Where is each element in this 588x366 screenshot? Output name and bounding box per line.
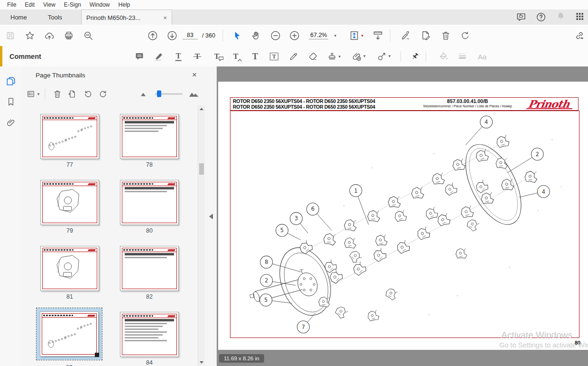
erase-button[interactable] xyxy=(308,51,318,61)
line-thickness-button[interactable] xyxy=(457,51,468,62)
thumbnail-page-83[interactable]: 83 xyxy=(37,308,102,366)
menu-esign[interactable]: E-Sign xyxy=(60,1,85,8)
rail-bookmarks-button[interactable] xyxy=(6,97,16,107)
hand-tool-button[interactable] xyxy=(251,30,261,40)
tab-tools[interactable]: Tools xyxy=(37,9,73,25)
notifications-button[interactable] xyxy=(556,11,566,23)
insert-page-icon xyxy=(68,90,77,99)
thumbnail-page-79[interactable]: 79 xyxy=(40,180,99,234)
page-down-button[interactable] xyxy=(167,30,178,41)
shapes-button[interactable]: ▾ xyxy=(377,51,391,62)
star-button[interactable] xyxy=(25,30,35,40)
sticky-note-button[interactable] xyxy=(135,51,145,61)
thumbnail-page-82[interactable]: 82 xyxy=(120,246,179,300)
callout-7: 7 xyxy=(297,313,316,333)
svg-text:6: 6 xyxy=(311,206,314,212)
panel-toolbar: ▾ xyxy=(21,84,217,103)
page-fit-caret[interactable]: ▾ xyxy=(361,33,364,38)
save-button[interactable] xyxy=(6,31,15,40)
thumbs-smaller-button[interactable] xyxy=(140,92,147,97)
share-cloud-button[interactable] xyxy=(44,30,55,41)
slider-track[interactable] xyxy=(155,94,183,95)
rotate-icon xyxy=(460,30,470,40)
app-grid-button[interactable] xyxy=(575,12,584,22)
text-style-button[interactable]: Aa xyxy=(478,52,487,60)
keep-tool-selected-button[interactable] xyxy=(410,52,420,61)
scroll-down-arrow[interactable] xyxy=(200,361,203,364)
menu-window[interactable]: Window xyxy=(85,1,114,8)
edit-pdf-button[interactable] xyxy=(421,30,431,41)
panel-collapse-handle[interactable] xyxy=(209,214,213,219)
slider-thumb[interactable] xyxy=(157,91,161,97)
insert-page-button[interactable] xyxy=(68,90,77,99)
zoom-level-input[interactable]: 67.2% xyxy=(309,32,328,39)
share-link-button[interactable] xyxy=(574,30,585,41)
underline-button[interactable]: T xyxy=(175,52,182,61)
fill-sign-button[interactable] xyxy=(401,30,411,41)
attach-file-button[interactable]: ▾ xyxy=(351,51,366,62)
rotate-left-button[interactable] xyxy=(83,89,92,99)
reset-button[interactable] xyxy=(460,30,470,40)
search-tools-button[interactable] xyxy=(83,30,93,41)
view-options-button[interactable] xyxy=(27,90,36,99)
scrollbar-thumb[interactable] xyxy=(199,163,204,175)
stamp-button[interactable]: ▾ xyxy=(327,51,341,61)
zoom-in-button[interactable] xyxy=(289,30,300,41)
thumbnail-page-77[interactable]: 77 xyxy=(40,114,99,168)
thumbnail-size-slider[interactable] xyxy=(155,94,183,95)
feedback-button[interactable] xyxy=(516,12,526,22)
menu-view[interactable]: View xyxy=(39,1,60,8)
thumbnail-preview[interactable] xyxy=(120,246,179,291)
page-size-tooltip: 11.69 x 8.26 in xyxy=(219,354,264,363)
zoom-out-button[interactable] xyxy=(270,30,281,41)
part-number: 857.03.00.41.00/B xyxy=(415,98,520,104)
thumbnail-page-81[interactable]: 81 xyxy=(40,246,99,300)
page-fit-button[interactable] xyxy=(349,30,359,41)
thumbnail-preview[interactable] xyxy=(40,246,99,291)
menu-file[interactable]: File xyxy=(3,1,20,8)
help-icon xyxy=(536,12,546,22)
menu-edit[interactable]: Edit xyxy=(20,1,39,8)
scroll-up-arrow[interactable] xyxy=(200,108,203,110)
thumbnail-page-78[interactable]: 78 xyxy=(120,114,179,168)
insert-text-button[interactable]: T xyxy=(233,53,239,60)
view-options-caret[interactable]: ▾ xyxy=(37,92,40,96)
print-button[interactable] xyxy=(64,30,74,40)
tab-document[interactable]: Prinoth M650h-23... × xyxy=(81,9,172,25)
help-button[interactable] xyxy=(536,12,546,22)
replace-text-button[interactable]: T xyxy=(214,53,220,60)
scroll-mode-button[interactable] xyxy=(373,30,384,41)
select-tool-button[interactable] xyxy=(232,31,242,40)
panel-close-icon[interactable]: × xyxy=(192,70,197,80)
page-up-button[interactable] xyxy=(147,30,158,41)
large-mountains-icon xyxy=(189,91,199,97)
panel-delete-button[interactable] xyxy=(53,90,62,99)
rail-page-thumbnails-button[interactable] xyxy=(6,76,16,88)
text-box-button[interactable]: T xyxy=(270,53,278,60)
menu-help[interactable]: Help xyxy=(114,1,135,8)
highlight-button[interactable] xyxy=(154,51,164,62)
strikethrough-button[interactable]: T xyxy=(194,53,201,60)
rail-attachments-button[interactable] xyxy=(6,118,16,128)
tab-home[interactable]: Home xyxy=(0,9,37,25)
menu-bar: File Edit View E-Sign Window Help xyxy=(0,0,588,9)
rotate-right-button[interactable] xyxy=(99,89,108,99)
fill-color-button[interactable] xyxy=(438,51,449,62)
sticky-note-icon xyxy=(135,51,145,61)
thumbnail-preview[interactable] xyxy=(40,114,99,159)
thumbnail-preview[interactable] xyxy=(120,114,179,159)
delete-pages-button[interactable] xyxy=(441,30,451,40)
tab-close-icon[interactable]: × xyxy=(163,14,167,21)
thumbnail-preview[interactable] xyxy=(40,180,99,225)
thumbs-larger-button[interactable] xyxy=(189,91,199,97)
panel-scrollbar[interactable] xyxy=(198,105,205,366)
thumbnail-preview[interactable] xyxy=(40,311,99,357)
zoom-dropdown-caret[interactable]: ▾ xyxy=(334,33,337,38)
thumbnail-page-84[interactable]: 84 xyxy=(120,312,179,366)
thumbnail-preview[interactable] xyxy=(120,180,179,225)
add-text-button[interactable]: T xyxy=(252,52,258,61)
thumbnail-preview[interactable] xyxy=(120,312,179,357)
page-number-input[interactable]: 83 xyxy=(183,32,198,39)
draw-button[interactable] xyxy=(289,52,298,61)
thumbnail-page-80[interactable]: 80 xyxy=(120,180,179,234)
